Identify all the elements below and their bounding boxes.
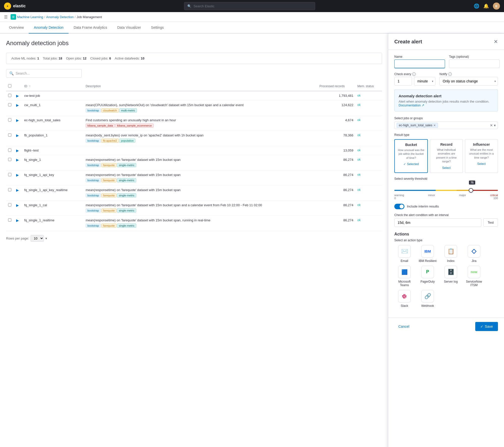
expand-row-btn[interactable]: ▶ [16, 103, 19, 107]
tab-anomaly-detection[interactable]: Anomaly Detection [29, 22, 69, 34]
table-row: ▶ fb_population_1 mean(body_sent.bytes) … [6, 131, 382, 146]
header-description[interactable]: Description [84, 82, 317, 91]
row-checkbox-cell[interactable] [6, 216, 14, 231]
table-search-bar[interactable]: 🔍 Search... [6, 69, 82, 78]
action-slack[interactable]: Slack [394, 290, 414, 308]
test-button[interactable]: Test [483, 218, 498, 227]
check-interval-row: Test [394, 218, 498, 227]
table-row: ▶ fq_single_1_cal mean(responsetime) on … [6, 201, 382, 216]
expand-row-btn[interactable]: ▶ [16, 118, 19, 122]
jobs-search-input[interactable] [440, 124, 488, 127]
row-checkbox[interactable] [8, 158, 11, 161]
row-checkbox[interactable] [8, 103, 11, 106]
remove-job-tag-btn[interactable]: ✕ [433, 124, 436, 127]
tab-overview[interactable]: Overview [4, 22, 29, 34]
action-microsoft-teams[interactable]: 🟦 Microsoft Teams [394, 266, 414, 287]
result-card-record[interactable]: Record What individual anomalies are pre… [430, 139, 463, 173]
row-checkbox[interactable] [8, 218, 11, 222]
clear-jobs-btn[interactable]: ✕ [490, 123, 493, 127]
tab-data-visualizer[interactable]: Data Visualizer [112, 22, 146, 34]
select-all-checkbox[interactable] [8, 84, 11, 87]
result-type-group: Result type Bucket How unusual was the j… [394, 133, 498, 173]
action-ibm-resilient[interactable]: IBM IBM Resilient [418, 245, 438, 263]
documentation-link[interactable]: Documentation ↗ [399, 103, 424, 107]
row-checkbox[interactable] [8, 203, 11, 206]
include-interim-toggle[interactable] [394, 204, 404, 209]
row-checkbox[interactable] [8, 94, 11, 97]
row-checkbox-cell[interactable] [6, 146, 14, 155]
expand-row-btn[interactable]: ▶ [16, 158, 19, 162]
save-button[interactable]: ✓ Save [475, 322, 498, 331]
elastic-logo[interactable]: e elastic [4, 3, 26, 10]
check-every-inputs: minute hour day ▾ [394, 77, 435, 85]
row-checkbox-cell[interactable] [6, 170, 14, 186]
influencer-select-btn[interactable]: Select [468, 162, 495, 166]
header-id[interactable]: ID ↑ [22, 82, 84, 91]
row-checkbox-cell[interactable] [6, 201, 14, 216]
bell-icon[interactable]: 🔔 [483, 3, 489, 9]
severity-slider[interactable] [394, 190, 498, 191]
cancel-button[interactable]: Cancel [394, 322, 413, 331]
row-processed-records: 1,793,481 [317, 91, 355, 101]
alert-tags-input[interactable] [449, 59, 500, 68]
bucket-select-btn[interactable]: ✓ Selected [398, 162, 424, 166]
expand-row-btn[interactable]: ▶ [16, 148, 19, 153]
row-checkbox-cell[interactable] [6, 101, 14, 116]
row-mem-status: ok [355, 101, 382, 116]
check-every-unit-select[interactable]: minute hour day [414, 77, 435, 85]
action-webhook[interactable]: 🔗 Webhook [418, 290, 438, 308]
tag-item: bootstrap [86, 208, 101, 213]
rows-per-page-select[interactable]: 10 25 50 [31, 235, 44, 242]
record-select-btn[interactable]: Select [433, 166, 460, 170]
row-processed-records: 86,274 [317, 170, 355, 186]
tab-data-frame-analytics[interactable]: Data Frame Analytics [69, 22, 112, 34]
action-email[interactable]: ✉️ Email [394, 245, 414, 263]
breadcrumb-anomaly[interactable]: Anomaly Detection [46, 15, 74, 19]
header-checkbox[interactable] [6, 82, 14, 91]
jobs-select-row[interactable]: ec-high_sum_total_sales ✕ ✕ ▾ [394, 122, 498, 129]
pagerduty-label: PagerDuty [421, 280, 435, 283]
row-checkbox-cell[interactable] [6, 91, 14, 101]
alert-name-input[interactable] [394, 59, 445, 68]
expand-row-btn[interactable]: ▶ [16, 203, 19, 207]
breadcrumb-ml[interactable]: Machine Learning [17, 15, 43, 19]
alert-section-desc-text: Alert when anomaly detection jobs result… [399, 100, 489, 103]
expand-row-btn[interactable]: ▶ [16, 218, 19, 222]
expand-row-btn[interactable]: ▶ [16, 94, 19, 98]
row-checkbox[interactable] [8, 173, 11, 176]
anomaly-detection-alert-section: Anomaly detection alert Alert when anoma… [394, 90, 498, 111]
row-checkbox[interactable] [8, 133, 11, 137]
action-index[interactable]: 📋 Index [441, 245, 461, 263]
row-checkbox-cell[interactable] [6, 116, 14, 131]
row-checkbox[interactable] [8, 118, 11, 122]
row-checkbox[interactable] [8, 148, 11, 152]
action-servicenow[interactable]: now ServiceNow ITSM [464, 266, 484, 287]
expand-row-btn[interactable]: ▶ [16, 173, 19, 177]
check-interval-input[interactable] [394, 218, 481, 227]
header-mem-status[interactable]: Mem. status [355, 82, 382, 91]
hamburger-icon[interactable]: ☰ [4, 15, 8, 19]
row-checkbox[interactable] [8, 188, 11, 191]
expand-jobs-btn[interactable]: ▾ [494, 123, 496, 127]
close-alert-button[interactable]: ✕ [494, 39, 498, 45]
expand-row-btn[interactable]: ▶ [16, 188, 19, 192]
action-pagerduty[interactable]: P PagerDuty [418, 266, 438, 287]
notify-select[interactable]: Only on status change Every time alert i… [439, 77, 498, 85]
row-checkbox-cell[interactable] [6, 155, 14, 170]
global-search-bar[interactable]: 🔍 [184, 2, 315, 10]
header-processed-records[interactable]: Processed records [317, 82, 355, 91]
globe-icon[interactable]: 🌐 [474, 3, 479, 9]
row-checkbox-cell[interactable] [6, 186, 14, 201]
row-checkbox-cell[interactable] [6, 131, 14, 146]
search-input[interactable] [193, 4, 312, 8]
result-card-bucket[interactable]: Bucket How unusual was the job within th… [394, 139, 428, 173]
result-card-influencer[interactable]: Influencer What are the most unusual ent… [465, 139, 498, 173]
action-server-log[interactable]: 🗄️ Server log [441, 266, 461, 287]
row-expand-cell: ▶ [14, 216, 22, 231]
tab-settings[interactable]: Settings [146, 22, 169, 34]
select-action-label: Select an action type [394, 239, 498, 242]
action-jira[interactable]: Jira [464, 245, 484, 263]
user-avatar[interactable]: E [493, 3, 500, 10]
check-every-number[interactable] [394, 77, 412, 85]
expand-row-btn[interactable]: ▶ [16, 133, 19, 137]
